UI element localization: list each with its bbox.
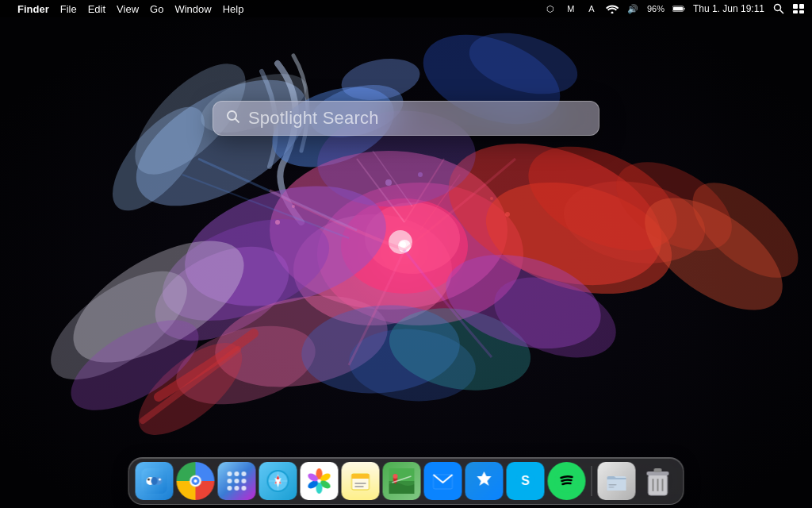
svg-point-49 — [292, 205, 295, 208]
svg-line-64 — [236, 119, 239, 123]
menubar-file[interactable]: File — [60, 3, 77, 15]
svg-point-70 — [159, 479, 161, 481]
svg-rect-56 — [673, 7, 683, 11]
spotlight-search-icon — [226, 110, 240, 127]
svg-point-63 — [228, 111, 236, 120]
svg-point-83 — [242, 486, 247, 491]
dock-icon-notes[interactable] — [342, 462, 380, 500]
spotlight-input[interactable] — [248, 108, 586, 129]
dock-icon-spotify[interactable] — [548, 462, 586, 500]
svg-rect-98 — [352, 474, 370, 479]
svg-point-48 — [275, 220, 280, 225]
spotlight-container — [213, 101, 599, 136]
svg-point-68 — [151, 477, 158, 485]
svg-point-81 — [228, 486, 232, 491]
wifi-icon[interactable] — [606, 2, 619, 15]
menubar-edit[interactable]: Edit — [88, 3, 105, 15]
spotlight-menubar-icon[interactable] — [772, 2, 785, 15]
svg-point-53 — [418, 172, 423, 177]
svg-point-46 — [400, 241, 406, 248]
desktop: Finder File Edit View Go Window Help ⬡ M… — [0, 0, 812, 508]
menubar-go[interactable]: Go — [150, 3, 163, 15]
svg-point-69 — [147, 479, 150, 481]
svg-point-80 — [242, 479, 247, 483]
svg-point-78 — [228, 479, 232, 483]
dock-separator — [592, 466, 592, 496]
svg-rect-112 — [609, 484, 617, 486]
control-center-icon[interactable] — [793, 2, 806, 15]
spotlight-search-box[interactable] — [213, 101, 599, 136]
svg-rect-55 — [684, 8, 684, 10]
svg-point-51 — [490, 197, 493, 200]
svg-point-79 — [235, 479, 239, 483]
dock-icon-maps[interactable] — [383, 462, 421, 500]
svg-rect-74 — [194, 479, 197, 483]
svg-point-77 — [242, 471, 247, 476]
dock-icon-finder[interactable] — [136, 462, 174, 500]
menubar-app-name[interactable]: Finder — [17, 3, 49, 15]
battery-percent: 96% — [647, 4, 665, 13]
dock-icon-photos[interactable] — [301, 462, 339, 500]
menubar-left: Finder File Edit View Go Window Help — [6, 3, 544, 15]
wallpaper — [0, 0, 812, 508]
svg-point-109 — [555, 469, 579, 493]
menubar: Finder File Edit View Go Window Help ⬡ M… — [0, 0, 812, 17]
svg-rect-62 — [799, 10, 804, 13]
dock-icon-chrome[interactable] — [177, 462, 215, 500]
svg-point-57 — [775, 5, 781, 11]
dock-icon-safari[interactable] — [259, 462, 297, 500]
svg-point-52 — [385, 179, 392, 186]
dock-icon-launchpad[interactable] — [218, 462, 256, 500]
battery-icon — [672, 2, 685, 15]
dock-icon-trash[interactable] — [639, 462, 677, 500]
dock-container: S — [128, 457, 684, 505]
menubar-help[interactable]: Help — [223, 3, 244, 15]
vpn-icon[interactable]: A — [585, 2, 598, 15]
svg-rect-116 — [654, 468, 662, 472]
svg-point-82 — [235, 486, 239, 491]
svg-rect-113 — [609, 487, 615, 488]
volume-icon[interactable]: 🔊 — [626, 2, 639, 15]
svg-text:S: S — [521, 474, 530, 487]
svg-point-103 — [393, 474, 398, 479]
dock-icon-mail[interactable] — [424, 462, 462, 500]
menubar-window[interactable]: Window — [174, 3, 211, 15]
svg-rect-61 — [793, 10, 798, 13]
dock-icon-skype[interactable]: S — [507, 462, 545, 500]
arctype-icon[interactable]: ⬡ — [544, 2, 557, 15]
svg-point-76 — [235, 471, 239, 476]
menubar-right: ⬡ M A 🔊 96% Thu 1. Jun 19:11 — [544, 2, 806, 15]
dock: S — [128, 457, 684, 505]
mail-status-icon[interactable]: M — [565, 2, 577, 15]
dock-icon-files[interactable] — [598, 462, 636, 500]
svg-rect-60 — [799, 4, 804, 9]
menubar-time: Thu 1. Jun 19:11 — [693, 3, 764, 14]
menubar-view[interactable]: View — [117, 3, 139, 15]
svg-point-50 — [505, 212, 510, 217]
svg-line-58 — [780, 10, 784, 14]
svg-rect-59 — [793, 4, 798, 9]
dock-icon-appstore[interactable] — [465, 462, 504, 500]
svg-point-75 — [228, 471, 232, 476]
